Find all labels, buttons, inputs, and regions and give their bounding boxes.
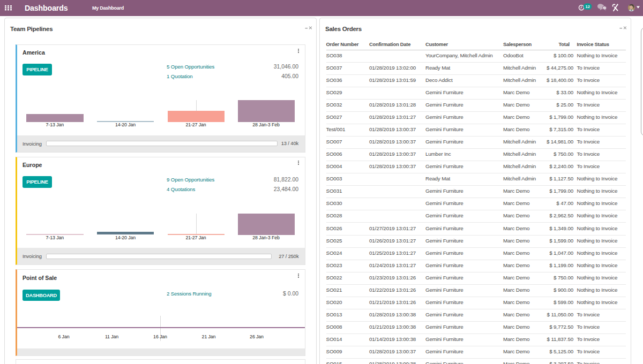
svg-text:12: 12 <box>585 4 589 9</box>
